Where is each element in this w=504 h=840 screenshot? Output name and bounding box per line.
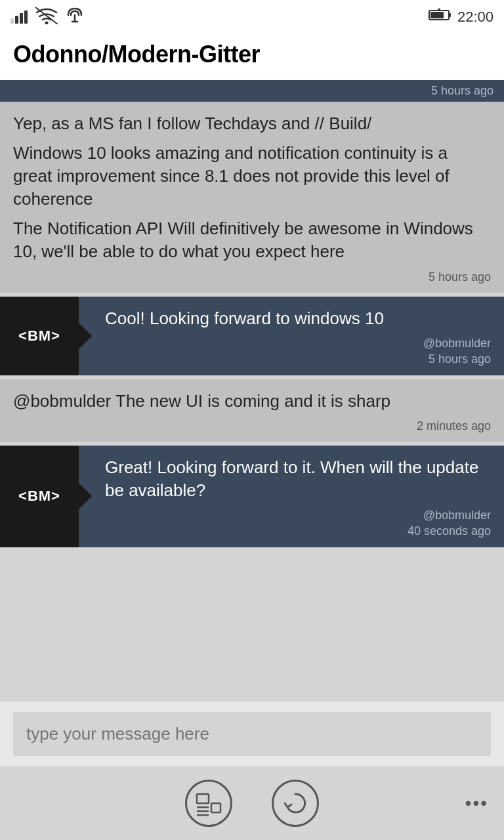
message-input[interactable] (13, 712, 491, 756)
signal-icon (10, 10, 28, 24)
timestamp-text: 5 hours ago (431, 84, 494, 97)
message-meta: @bobmulder 5 hours ago (105, 335, 491, 368)
refresh-icon-button[interactable] (272, 780, 319, 827)
nfc-icon (66, 6, 84, 28)
status-bar: 22:00 (0, 0, 504, 34)
received-message-2: @bobmulder The new UI is coming and it i… (0, 379, 504, 442)
message-time: 5 hours ago (13, 269, 491, 285)
sent-message-1: <BM> Cool! Looking forward to windows 10… (0, 297, 504, 375)
message-user: @bobmulder (105, 335, 491, 351)
bottom-toolbar: ••• (0, 766, 504, 840)
message-time-2: 40 seconds ago (105, 523, 491, 539)
message-user-2: @bobmulder (105, 507, 491, 523)
svg-rect-8 (197, 794, 209, 803)
header: Odonno/Modern-Gitter (0, 34, 504, 80)
svg-point-0 (45, 22, 49, 25)
message-time: 5 hours ago (105, 351, 491, 367)
sent-content-1: Cool! Looking forward to windows 10 @bob… (92, 297, 504, 375)
chevron-1 (79, 323, 92, 349)
received-message-1: Yep, as a MS fan I follow Techdays and /… (0, 102, 504, 293)
status-right: 22:00 (429, 9, 494, 26)
message-time: 2 minutes ago (13, 418, 491, 434)
battery-icon (429, 9, 452, 26)
chevron-2 (79, 483, 92, 509)
wifi-icon (35, 6, 58, 28)
message-line: @bobmulder The new UI is coming and it i… (13, 390, 491, 413)
message-line: The Notification API Will definitively b… (13, 217, 491, 263)
message-text: Cool! Looking forward to windows 10 (105, 307, 491, 330)
sent-message-2: <BM> Great! Looking forward to it. When … (0, 446, 504, 547)
timestamp-bar-1: 5 hours ago (0, 80, 504, 102)
page-title: Odonno/Modern-Gitter (13, 41, 491, 68)
svg-rect-6 (449, 13, 451, 17)
sent-content-2: Great! Looking forward to it. When will … (92, 446, 504, 547)
chat-area: 5 hours ago Yep, as a MS fan I follow Te… (0, 80, 504, 702)
svg-rect-5 (430, 12, 444, 18)
more-button[interactable]: ••• (465, 793, 488, 814)
message-text: Great! Looking forward to it. When will … (105, 456, 491, 502)
message-line: Windows 10 looks amazing and notificatio… (13, 142, 491, 211)
avatar-1: <BM> (0, 297, 79, 375)
svg-rect-12 (211, 803, 220, 812)
list-icon-button[interactable] (185, 780, 232, 827)
message-input-area[interactable] (0, 702, 504, 766)
avatar-2: <BM> (0, 446, 79, 547)
message-line: Yep, as a MS fan I follow Techdays and /… (13, 112, 491, 135)
status-left (10, 6, 84, 28)
message-meta-2: @bobmulder 40 seconds ago (105, 507, 491, 539)
time-display: 22:00 (457, 9, 494, 26)
